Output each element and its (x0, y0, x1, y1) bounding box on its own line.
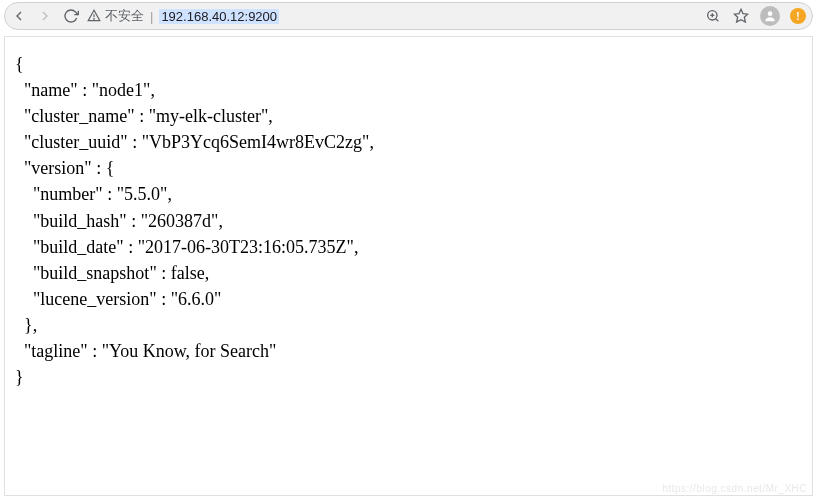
browser-toolbar: 不安全 | 192.168.40.12:9200 ! (4, 2, 813, 30)
arrow-right-icon (37, 8, 53, 24)
reload-button[interactable] (63, 8, 79, 24)
address-bar[interactable]: 不安全 | 192.168.40.12:9200 (87, 7, 696, 25)
arrow-left-icon (11, 8, 27, 24)
toolbar-right: ! (704, 6, 806, 26)
svg-point-1 (94, 19, 95, 20)
security-label: 不安全 (105, 7, 144, 25)
reload-icon (63, 8, 79, 24)
zoom-icon (705, 8, 721, 24)
bookmark-button[interactable] (732, 7, 750, 25)
badge-text: ! (796, 11, 799, 22)
back-button[interactable] (11, 8, 27, 24)
json-response: { "name" : "node1", "cluster_name" : "my… (15, 51, 802, 390)
notification-badge[interactable]: ! (790, 8, 806, 24)
url-text[interactable]: 192.168.40.12:9200 (159, 9, 279, 24)
warning-icon (87, 9, 101, 23)
nav-buttons (11, 8, 79, 24)
zoom-button[interactable] (704, 7, 722, 25)
separator: | (150, 9, 153, 24)
forward-button[interactable] (37, 8, 53, 24)
page-content: { "name" : "node1", "cluster_name" : "my… (4, 36, 813, 496)
profile-button[interactable] (760, 6, 780, 26)
star-icon (733, 8, 749, 24)
svg-marker-6 (734, 9, 747, 22)
watermark-text: https://blog.csdn.net/Mr_XHC (662, 483, 807, 494)
person-icon (763, 9, 777, 23)
svg-point-7 (768, 11, 773, 16)
security-indicator[interactable]: 不安全 (87, 7, 144, 25)
svg-line-5 (716, 19, 719, 22)
